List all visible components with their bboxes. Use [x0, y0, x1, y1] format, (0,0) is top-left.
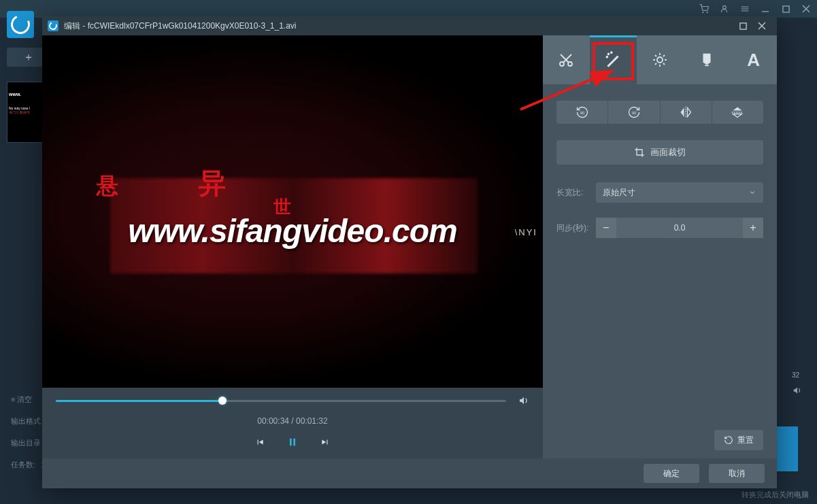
svg-line-28: [663, 63, 665, 65]
aspect-ratio-value: 原始尺寸: [603, 187, 635, 199]
svg-line-29: [655, 63, 656, 65]
svg-line-27: [655, 55, 656, 56]
sync-decrease-button[interactable]: −: [596, 218, 616, 238]
next-frame-button[interactable]: [318, 435, 332, 449]
watermark-text: www.sifangvideo.com: [42, 212, 543, 250]
dialog-footer: 确定 取消: [42, 458, 777, 488]
tab-effects[interactable]: [590, 35, 637, 84]
tool-tabs: A: [543, 35, 777, 84]
cart-icon[interactable]: [699, 3, 710, 14]
close-main-icon[interactable]: [801, 3, 812, 14]
dialog-maximize-icon[interactable]: [733, 19, 752, 33]
time-display: 00:00:34 / 00:01:32: [56, 416, 529, 426]
volume-icon[interactable]: [518, 395, 529, 406]
dialog-title-prefix: 编辑: [64, 20, 80, 32]
preview-column: 悬 异 世 www.sifangvideo.com \NYI 00:00:34 …: [42, 35, 543, 458]
shutdown-after-label: 转换完成后关闭电脑: [741, 490, 809, 500]
svg-rect-14: [293, 439, 295, 446]
sync-increase-button[interactable]: +: [743, 218, 763, 238]
rotate-cw-button[interactable]: 90: [608, 101, 660, 124]
crop-button-label: 画面裁切: [650, 146, 686, 158]
sync-label: 同步(秒):: [556, 222, 589, 234]
clear-list-link[interactable]: ≡ 清空: [11, 394, 32, 405]
sync-stepper[interactable]: − 0.0 +: [596, 218, 763, 238]
svg-point-2: [723, 5, 727, 9]
svg-rect-7: [782, 5, 788, 12]
app-logo-icon: [7, 11, 34, 38]
crop-button[interactable]: 画面裁切: [556, 140, 763, 165]
dialog-app-icon: [48, 20, 59, 31]
edit-dialog: 编辑 - fcCWIEkdlx07CFrP1wGk01041200KgvX0E0…: [42, 16, 777, 488]
player-controls: 00:00:34 / 00:01:32: [42, 388, 543, 458]
reset-button-label: 重置: [737, 435, 754, 446]
svg-text:90: 90: [580, 111, 584, 115]
tab-watermark[interactable]: [683, 35, 730, 84]
play-pause-button[interactable]: [286, 435, 299, 449]
svg-point-0: [703, 12, 703, 13]
cancel-button[interactable]: 取消: [709, 464, 765, 483]
tab-adjust[interactable]: [637, 35, 684, 84]
task-count-label: 任务数:: [11, 460, 35, 470]
svg-line-30: [663, 55, 665, 56]
main-window-titlebar: [0, 0, 817, 18]
svg-point-19: [608, 53, 610, 54]
reset-icon: [724, 435, 733, 445]
output-format-label: 输出格式: [11, 416, 41, 426]
left-sidebar: ＋ www. No way case I 求门儿 数据号: [0, 44, 44, 143]
tab-trim[interactable]: [543, 35, 590, 84]
side-caption: \NYI: [515, 227, 537, 237]
svg-point-20: [611, 52, 612, 53]
sync-value: 0.0: [616, 223, 743, 233]
chevron-down-icon: [748, 188, 756, 197]
aspect-ratio-label: 长宽比:: [556, 187, 589, 199]
minimize-icon[interactable]: [760, 3, 771, 14]
maximize-icon[interactable]: [780, 3, 791, 14]
aspect-ratio-select[interactable]: 原始尺寸: [596, 182, 763, 203]
svg-text:90: 90: [632, 111, 637, 115]
seek-slider[interactable]: [56, 400, 506, 402]
dialog-filename: fcCWIEkdlx07CFrP1wGk01041200KgvX0E010-3_…: [88, 21, 297, 31]
menu-icon[interactable]: [739, 3, 750, 14]
tab-subtitle[interactable]: A: [730, 35, 777, 84]
svg-rect-10: [739, 22, 746, 29]
svg-point-1: [707, 12, 707, 13]
user-icon[interactable]: [719, 3, 730, 14]
dialog-close-icon[interactable]: [752, 19, 771, 33]
dialog-titlebar: 编辑 - fcCWIEkdlx07CFrP1wGk01041200KgvX0E0…: [42, 16, 777, 35]
video-preview[interactable]: 悬 异 世 www.sifangvideo.com \NYI: [42, 35, 543, 388]
ok-button[interactable]: 确定: [644, 464, 699, 483]
effects-panel: A 90 90 画面裁切 长宽比: 原始尺寸: [543, 35, 777, 458]
reset-button[interactable]: 重置: [714, 430, 763, 450]
rotation-row: 90 90: [556, 101, 763, 124]
prev-frame-button[interactable]: [253, 435, 267, 449]
svg-point-22: [657, 57, 663, 63]
rotate-ccw-button[interactable]: 90: [556, 101, 608, 124]
svg-rect-13: [290, 439, 292, 446]
svg-point-21: [607, 56, 608, 58]
flip-horizontal-button[interactable]: [661, 101, 712, 124]
behind-duration: 32: [792, 371, 799, 379]
crop-icon: [634, 147, 645, 158]
flip-vertical-button[interactable]: [712, 101, 763, 124]
svg-rect-31: [705, 65, 709, 66]
output-dir-label: 输出目录: [11, 438, 41, 448]
